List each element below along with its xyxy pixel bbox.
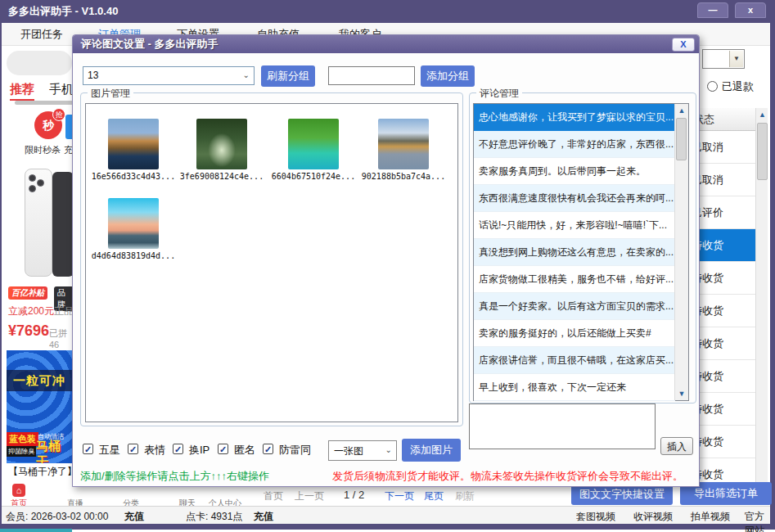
minimize-button[interactable]: —: [697, 2, 728, 18]
link-tutorial-order[interactable]: 拍单视频: [691, 510, 730, 524]
flash-sale-label[interactable]: 限时秒杀: [25, 144, 61, 156]
add-group-button[interactable]: 添加分组: [421, 65, 475, 87]
refund-radio-label[interactable]: 已退款: [722, 79, 754, 94]
status-table-scrollbar[interactable]: ▲: [755, 108, 768, 483]
product-price: ¥7696: [8, 322, 49, 340]
scroll-up-icon[interactable]: ▲: [756, 110, 768, 119]
comment-row[interactable]: 真是一个好卖家。以后有这方面宝贝的需求...: [474, 293, 675, 320]
comment-group-title: 评论管理: [476, 87, 522, 101]
link-tutorial-review[interactable]: 收评视频: [633, 510, 673, 524]
cleaner-tag-anti: 抑菌除臭: [7, 446, 36, 457]
dialog-close-button[interactable]: X: [672, 38, 695, 52]
comment-row[interactable]: 东西很满意速度很快有机会我还会再来的呵...: [474, 185, 675, 212]
dialog-close-icon: X: [680, 39, 686, 49]
comment-row-selected[interactable]: 忠心地感谢你，让我买到了梦寐以求的宝贝...: [474, 104, 675, 131]
taskbar-fragment: [0, 529, 72, 532]
comment-row[interactable]: 不好意思评价晚了，非常好的店家，东西很...: [474, 131, 675, 158]
checkbox-change-ip-label[interactable]: 换IP: [189, 443, 210, 458]
product-image-cleaner[interactable]: 一粒可冲 蓝色装 自动清洁 马 抑菌除臭 马桶干: [7, 350, 72, 463]
phone-search-bar[interactable]: [7, 51, 72, 75]
refund-radio[interactable]: [707, 81, 718, 92]
cleaner-title[interactable]: 【马桶干净了】: [8, 465, 77, 479]
checkbox-anonymous[interactable]: ✓: [218, 444, 228, 454]
checkbox-five-star-label[interactable]: 五星: [99, 443, 120, 458]
comment-list-scrollbar[interactable]: ▲ ▼: [674, 104, 688, 400]
cleaner-tag-pack: 蓝色装: [7, 432, 38, 446]
new-group-input[interactable]: [328, 66, 415, 85]
chevron-down-icon[interactable]: ⌄: [385, 445, 392, 454]
flash-sale-badge-icon: 抢: [52, 108, 65, 121]
points-balance: 点卡: 4931点: [186, 510, 242, 524]
checkbox-change-ip[interactable]: ✓: [173, 444, 183, 454]
thumbnail-image-3[interactable]: [288, 119, 339, 169]
comment-list[interactable]: 忠心地感谢你，让我买到了梦寐以求的宝贝... 不好意思评价晚了，非常好的店家，东…: [473, 103, 689, 401]
window-title: 多多出评助手 - V1.0.40: [8, 5, 118, 17]
comment-settings-dialog: 评论图文设置 - 多多出评助手 X 13 ⌄ 刷新分组 添加分组 图片管理 16…: [72, 34, 700, 487]
member-expiry: 会员: 2026-03-02 00:00: [6, 510, 108, 524]
insert-button[interactable]: 插入: [660, 437, 693, 455]
points-recharge-link[interactable]: 充值: [254, 510, 273, 524]
comment-row[interactable]: 卖家服务真周到。以后带同事一起来。: [474, 158, 675, 185]
link-tutorial-images[interactable]: 套图视频: [576, 510, 615, 524]
page-first[interactable]: 首页: [264, 489, 283, 503]
hint-operations: 添加/删除等操作请点击上方↑↑↑右键操作: [80, 469, 269, 484]
scroll-down-icon[interactable]: ▼: [675, 390, 688, 398]
comment-row[interactable]: 卖家的服务挺好的，以后还能做上买卖#: [474, 320, 675, 347]
checkbox-five-star[interactable]: ✓: [83, 444, 93, 454]
checkbox-anonymous-label[interactable]: 匿名: [234, 443, 255, 458]
product-image-phone-dark: [52, 172, 74, 277]
checkbox-emoji[interactable]: ✓: [128, 444, 138, 454]
chevron-down-icon[interactable]: ⌄: [243, 70, 250, 79]
page-indicator: 1 / 2: [344, 489, 364, 501]
image-count-value: 一张图: [334, 444, 363, 458]
new-comment-textarea[interactable]: [469, 404, 656, 449]
comment-row[interactable]: 真没想到网上购物还这么有意思，在卖家的...: [474, 239, 675, 266]
page-refresh[interactable]: 刷新: [455, 489, 475, 503]
combo-arrow-icon[interactable]: ▼: [729, 51, 743, 67]
comment-row[interactable]: 店家货物做工很精美，服务也不错，给好评...: [474, 266, 675, 293]
close-button[interactable]: x: [735, 2, 766, 18]
group-select-value: 13: [88, 70, 98, 81]
checkbox-anti-duplicate-label[interactable]: 防雷同: [279, 443, 311, 458]
image-count-select[interactable]: 一张图 ⌄: [328, 440, 397, 461]
scroll-up-icon[interactable]: ▲: [675, 106, 688, 115]
link-official-site[interactable]: 官方网站: [745, 510, 770, 532]
thumbnail-image-4[interactable]: [378, 119, 429, 169]
comment-row[interactable]: 店家很讲信誉，而且很不错哦，在这家店买...: [474, 347, 675, 374]
thumbnail-image-5[interactable]: [108, 198, 159, 249]
image-list[interactable]: 16e566d33c4d43... 3fe69008124c4e... 6604…: [85, 103, 458, 422]
thumbnail-name-5: d4d64d83819d4d...: [88, 251, 178, 260]
refresh-group-button[interactable]: 刷新分组: [261, 65, 315, 87]
filter-combobox[interactable]: ▼: [702, 49, 745, 69]
window-border-right: [770, 23, 775, 530]
checkbox-anti-duplicate[interactable]: ✓: [263, 444, 273, 454]
subsidy-badge: 百亿补贴: [8, 286, 47, 300]
comment-row[interactable]: 话说!~只能用快，好，来形容啦!~嘻嘻!`下...: [474, 212, 675, 239]
thumbnail-name-3: 6604b67510f24e...: [268, 172, 358, 181]
page-next[interactable]: 下一页: [385, 489, 414, 503]
page-prev[interactable]: 上一页: [295, 489, 324, 503]
thumbnail-name-2: 3fe69008124c4e...: [177, 172, 267, 181]
menu-item-group-task[interactable]: 开团任务: [20, 27, 63, 42]
tab-recommend[interactable]: 推荐: [10, 82, 34, 101]
window-titlebar[interactable]: 多多出评助手 - V1.0.40: [0, 0, 775, 23]
comment-row[interactable]: 早上收到，很喜欢，下次一定还来: [474, 374, 675, 401]
hint-warning: 发货后须物流到货才能收评。物流未签收先操作收货评价会导致不能出评。: [332, 469, 683, 484]
status-bar: 会员: 2026-03-02 00:00 充值 点卡: 4931点 充值 套图视…: [2, 506, 770, 524]
thumbnail-image-1[interactable]: [108, 119, 159, 169]
thumbnail-image-2[interactable]: [196, 119, 247, 169]
checkbox-emoji-label[interactable]: 表情: [144, 443, 165, 458]
product-card-phone[interactable]: 百亿补贴 品牌 A 立减200元 正品 ¥7696 已拼46: [7, 164, 75, 348]
home-icon[interactable]: ⌂: [12, 484, 25, 497]
tab-phone[interactable]: 手机: [49, 82, 74, 97]
dialog-titlebar[interactable]: 评论图文设置 - 多多出评助手: [73, 35, 699, 53]
cleaner-tag-big: 马桶干: [36, 439, 72, 463]
scrollbar-thumb[interactable]: [676, 118, 687, 160]
group-select[interactable]: 13 ⌄: [83, 66, 255, 85]
comment-management-group: 评论管理 忠心地感谢你，让我买到了梦寐以求的宝贝... 不好意思评价晚了，非常好…: [469, 92, 696, 404]
page-last[interactable]: 尾页: [424, 489, 444, 503]
scrollbar-thumb[interactable]: [757, 123, 768, 180]
flash-sale-badge-text: 抢: [56, 110, 63, 119]
add-image-button[interactable]: 添加图片: [402, 439, 461, 462]
member-recharge-link[interactable]: 充值: [124, 510, 144, 524]
